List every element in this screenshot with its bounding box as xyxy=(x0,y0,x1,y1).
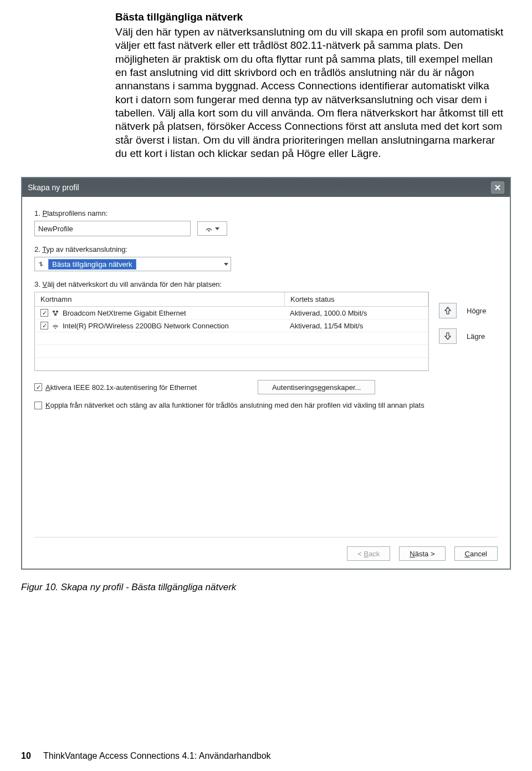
row-checkbox[interactable] xyxy=(40,309,48,317)
table-row-empty: . xyxy=(35,345,428,358)
table-row-empty: . xyxy=(35,358,428,371)
connection-type-select[interactable]: Bästa tillgängliga nätverk xyxy=(34,257,231,271)
ieee-checkbox[interactable] xyxy=(34,383,42,391)
step2: 2. Typ av nätverksanslutning: Bästa till… xyxy=(34,245,498,271)
disconnect-checkbox-row[interactable]: Koppla från nätverket och stäng av alla … xyxy=(34,401,498,409)
doc-section: Bästa tillgängliga nätverk Välj den här … xyxy=(115,11,505,160)
wizard-button-bar: < Back Nästa > Cancel xyxy=(34,537,498,561)
table-row[interactable]: Intel(R) PRO/Wireless 2200BG Network Con… xyxy=(35,319,428,332)
page-number: 10 xyxy=(21,751,31,760)
svg-rect-2 xyxy=(56,311,58,312)
move-up-button[interactable]: Högre xyxy=(439,303,486,318)
table-row[interactable]: Broadcom NetXtreme Gigabit Ethernet Akti… xyxy=(35,307,428,319)
auth-props-button[interactable]: Autentiseringsegenskaper... xyxy=(258,380,375,394)
row-checkbox[interactable] xyxy=(40,322,48,329)
dialog-titlebar[interactable]: Skapa ny profil xyxy=(22,178,510,197)
nic-table[interactable]: Kortnamn Kortets status Broadcom NetXtre… xyxy=(34,292,429,371)
th-kortnamn[interactable]: Kortnamn xyxy=(35,292,285,306)
arrow-up-icon xyxy=(444,306,452,315)
dialog-create-profile: Skapa ny profil 1. Platsprofilens namn: … xyxy=(21,177,511,570)
th-status[interactable]: Kortets status xyxy=(285,292,428,306)
footer-title: ThinkVantage Access Connections 4.1: Anv… xyxy=(43,751,271,760)
ethernet-icon xyxy=(52,309,59,317)
svg-point-0 xyxy=(208,230,210,232)
step3-label: 3. Välj det nätverkskort du vill använda… xyxy=(34,280,498,288)
doc-paragraph: Välj den här typen av nätverksanslutning… xyxy=(115,26,505,160)
svg-rect-3 xyxy=(54,314,57,316)
figure-caption: Figur 10. Skapa ny profil - Bästa tillgä… xyxy=(21,582,511,593)
step1: 1. Platsprofilens namn: NewProfile xyxy=(34,209,498,236)
step3: 3. Välj det nätverkskort du vill använda… xyxy=(34,280,498,409)
table-row-empty: . xyxy=(35,332,428,345)
svg-rect-1 xyxy=(53,311,55,312)
disconnect-label: Koppla från nätverket och stäng av alla … xyxy=(45,401,424,409)
cancel-button[interactable]: Cancel xyxy=(454,546,498,561)
step1-label: 1. Platsprofilens namn: xyxy=(34,209,498,217)
profile-name-input[interactable]: NewProfile xyxy=(34,221,191,236)
arrow-down-icon xyxy=(444,332,452,341)
table-header: Kortnamn Kortets status xyxy=(35,292,428,307)
disconnect-checkbox[interactable] xyxy=(34,402,42,409)
step2-label: 2. Typ av nätverksanslutning: xyxy=(34,245,498,253)
wireless-icon xyxy=(52,322,59,329)
dialog-title: Skapa ny profil xyxy=(28,183,79,192)
back-button[interactable]: < Back xyxy=(347,546,390,561)
profile-icon-picker[interactable] xyxy=(197,221,227,236)
signal-icon xyxy=(205,225,213,232)
close-button[interactable] xyxy=(491,181,504,194)
close-icon xyxy=(494,184,501,191)
arrows-icon xyxy=(37,260,45,268)
next-button[interactable]: Nästa > xyxy=(399,546,445,561)
page-footer: 10 ThinkVantage Access Connections 4.1: … xyxy=(21,751,271,761)
dialog-body: 1. Platsprofilens namn: NewProfile 2. Ty… xyxy=(22,197,510,569)
ieee-label: Aktivera IEEE 802.1x-autentisering för E… xyxy=(45,383,197,392)
ieee-checkbox-row[interactable]: Aktivera IEEE 802.1x-autentisering för E… xyxy=(34,383,197,392)
svg-point-4 xyxy=(55,328,56,329)
chevron-down-icon xyxy=(224,263,228,266)
move-down-button[interactable]: Lägre xyxy=(439,328,486,344)
chevron-down-icon xyxy=(215,227,219,230)
doc-heading: Bästa tillgängliga nätverk xyxy=(115,11,505,23)
